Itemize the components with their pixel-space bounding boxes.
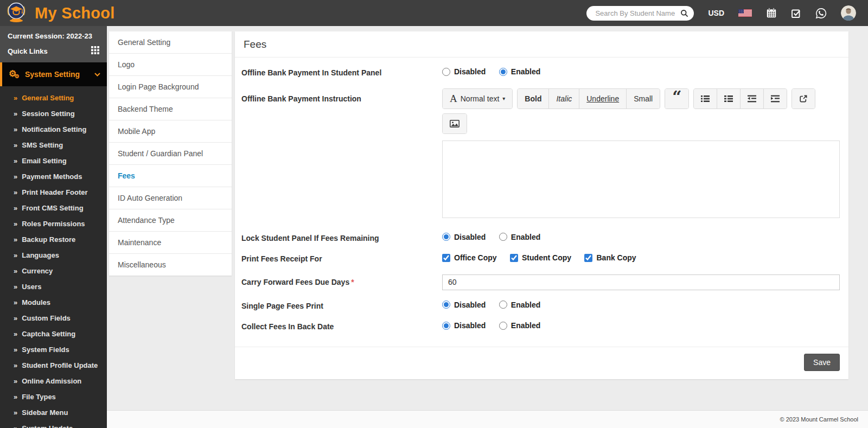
sidebar-item-email-setting[interactable]: »Email Setting (0, 153, 107, 169)
school-logo-icon[interactable] (5, 1, 27, 25)
settings-nav: General Setting Logo Login Page Backgrou… (109, 31, 232, 276)
sidebar-item-label: Print Header Footer (22, 188, 87, 196)
outdent-button[interactable] (741, 89, 764, 108)
bold-button[interactable]: Bold (518, 89, 549, 108)
radio-input[interactable] (442, 322, 450, 330)
carry-forward-days-input[interactable] (442, 274, 840, 290)
editor-textarea[interactable] (442, 140, 840, 218)
form-row: Carry Forward Fees Due Days* (241, 274, 840, 290)
checkbox-option-office-copy[interactable]: Office Copy (442, 253, 497, 262)
save-button[interactable]: Save (804, 354, 840, 371)
sidebar-item-notification-setting[interactable]: »Notification Setting (0, 122, 107, 137)
brand-area: My School (5, 1, 115, 25)
field-label: Lock Student Panel If Fees Remaining (241, 233, 442, 242)
radio-input[interactable] (499, 322, 507, 330)
settings-tab-backend-theme[interactable]: Backend Theme (109, 98, 232, 120)
checkbox-option-bank-copy[interactable]: Bank Copy (584, 253, 636, 262)
checkbox-option-student-copy[interactable]: Student Copy (510, 253, 571, 262)
settings-tab-attendance-type[interactable]: Attendance Type (109, 209, 232, 232)
radio-input[interactable] (499, 68, 507, 76)
form-row: Lock Student Panel If Fees Remaining Dis… (241, 233, 840, 244)
sidebar-item-users[interactable]: »Users (0, 279, 107, 295)
student-search[interactable] (586, 6, 694, 21)
radio-label: Disabled (454, 321, 486, 330)
radio-option-enabled[interactable]: Enabled (499, 233, 540, 241)
settings-tab-fees[interactable]: Fees (109, 165, 232, 187)
quick-links[interactable]: Quick Links (8, 46, 99, 56)
checkbox-input[interactable] (510, 254, 518, 262)
small-button[interactable]: Small (627, 89, 660, 108)
settings-tab-mobile-app[interactable]: Mobile App (109, 120, 232, 143)
radio-option-disabled[interactable]: Disabled (442, 67, 486, 76)
checkbox-input[interactable] (584, 254, 592, 262)
radio-option-enabled[interactable]: Enabled (499, 301, 540, 309)
link-icon (799, 94, 808, 103)
sidebar-item-file-types[interactable]: »File Types (0, 389, 107, 405)
sidebar-item-backup-restore[interactable]: »Backup Restore (0, 232, 107, 247)
sidebar-item-system-fields[interactable]: »System Fields (0, 342, 107, 357)
grid-icon[interactable] (91, 46, 99, 56)
sidebar-item-currency[interactable]: »Currency (0, 263, 107, 279)
sidebar-item-languages[interactable]: »Languages (0, 247, 107, 263)
radio-input[interactable] (499, 301, 507, 309)
settings-tab-login-page-background[interactable]: Login Page Background (109, 76, 232, 98)
checkbox-label: Office Copy (454, 253, 497, 262)
settings-tab-id-auto-generation[interactable]: ID Auto Generation (109, 187, 232, 209)
user-avatar[interactable] (841, 5, 856, 21)
us-flag-icon[interactable] (738, 9, 752, 17)
double-chevron-icon: » (14, 125, 17, 133)
sidebar-item-system-setting[interactable]: ⚙ ⚙ System Setting (0, 62, 107, 86)
sidebar-item-session-setting[interactable]: »Session Setting (0, 106, 107, 122)
search-input[interactable] (594, 9, 680, 18)
settings-tab-student-guardian-panel[interactable]: Student / Guardian Panel (109, 143, 232, 165)
sidebar-item-payment-methods[interactable]: »Payment Methods (0, 169, 107, 184)
link-button[interactable] (792, 89, 815, 108)
radio-input[interactable] (442, 233, 450, 241)
sidebar-item-sidebar-menu[interactable]: »Sidebar Menu (0, 405, 107, 420)
radio-input[interactable] (442, 301, 450, 309)
radio-label: Enabled (511, 67, 540, 76)
sidebar-item-label: Sidebar Menu (22, 408, 68, 417)
currency-label[interactable]: USD (708, 9, 724, 17)
radio-option-disabled[interactable]: Disabled (442, 301, 486, 309)
sidebar-item-student-profile-update[interactable]: »Student Profile Update (0, 357, 107, 373)
editor-toolbar: A Normal text ▾ Bold Italic Underline (442, 88, 840, 134)
italic-button[interactable]: Italic (549, 89, 579, 108)
double-chevron-icon: » (14, 283, 17, 291)
settings-tab-maintenance[interactable]: Maintenance (109, 232, 232, 254)
sidebar-item-custom-fields[interactable]: »Custom Fields (0, 310, 107, 326)
whatsapp-icon[interactable] (815, 8, 827, 19)
tasks-check-icon[interactable] (791, 8, 801, 18)
double-chevron-icon: » (14, 393, 17, 401)
underline-button[interactable]: Underline (579, 89, 627, 108)
settings-tab-general-setting[interactable]: General Setting (109, 31, 232, 54)
sidebar-item-print-header-footer[interactable]: »Print Header Footer (0, 184, 107, 200)
radio-input[interactable] (499, 233, 507, 241)
settings-tab-logo[interactable]: Logo (109, 54, 232, 76)
picture-icon (450, 120, 459, 127)
picture-button[interactable] (443, 114, 467, 133)
calendar-icon[interactable] (766, 8, 777, 18)
search-icon[interactable] (680, 9, 688, 17)
sidebar-item-general-setting[interactable]: »General Setting (0, 90, 107, 106)
unordered-list-button[interactable] (694, 89, 717, 108)
sidebar-item-sms-setting[interactable]: »SMS Setting (0, 137, 107, 153)
sidebar-item-system-update[interactable]: »System Update (0, 420, 107, 428)
radio-option-enabled[interactable]: Enabled (499, 321, 540, 330)
blockquote-button[interactable]: “ (665, 89, 688, 108)
settings-tab-miscellaneous[interactable]: Miscellaneous (109, 254, 232, 276)
radio-option-disabled[interactable]: Disabled (442, 233, 486, 241)
radio-option-disabled[interactable]: Disabled (442, 321, 486, 330)
sidebar-item-modules[interactable]: »Modules (0, 295, 107, 310)
sidebar-item-captcha-setting[interactable]: »Captcha Setting (0, 326, 107, 342)
sidebar-item-roles-permissions[interactable]: »Roles Permissions (0, 216, 107, 232)
indent-button[interactable] (764, 89, 787, 108)
radio-input[interactable] (442, 68, 450, 76)
radio-option-enabled[interactable]: Enabled (499, 67, 540, 76)
sidebar-item-online-admission[interactable]: »Online Admission (0, 373, 107, 389)
sidebar-item-front-cms-setting[interactable]: »Front CMS Setting (0, 200, 107, 216)
double-chevron-icon: » (14, 346, 17, 354)
style-dropdown-button[interactable]: A Normal text ▾ (443, 89, 512, 108)
checkbox-input[interactable] (442, 254, 450, 262)
ordered-list-button[interactable] (717, 89, 741, 108)
